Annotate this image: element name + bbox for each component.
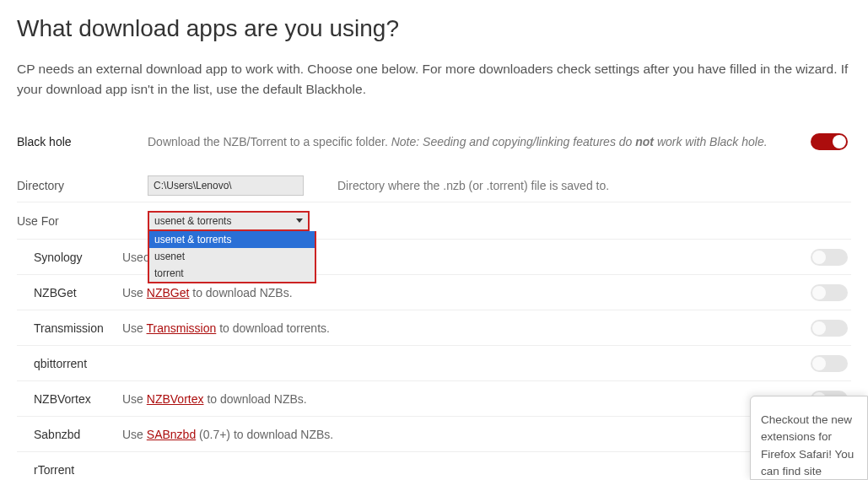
app-desc: Use Transmission to download torrents. — [122, 321, 801, 335]
app-link[interactable]: SABnzbd — [147, 428, 196, 441]
usefor-dropdown: usenet & torrents usenet torrent — [148, 231, 316, 283]
usefor-option-usenet-torrents[interactable]: usenet & torrents — [149, 231, 315, 248]
page-intro: CP needs an external download app to wor… — [17, 59, 851, 100]
app-desc: Use NZBGet to download NZBs. — [122, 286, 801, 299]
blackhole-desc: Download the NZB/Torrent to a specific f… — [148, 135, 801, 148]
app-name: Synology — [17, 251, 122, 264]
app-name: NZBGet — [17, 286, 122, 299]
app-desc-pre: Use — [122, 428, 147, 441]
app-desc-pre: Use — [122, 392, 147, 406]
directory-row: Directory Directory where the .nzb (or .… — [17, 169, 851, 202]
app-desc: Use NZBVortex to download NZBs. — [122, 392, 801, 406]
app-link[interactable]: Transmission — [147, 321, 217, 335]
app-row: NZBGetUse NZBGet to download NZBs. — [17, 275, 851, 310]
app-desc-post: to download torrents. — [216, 321, 330, 335]
usefor-option-usenet[interactable]: usenet — [149, 248, 315, 265]
blackhole-desc-prefix: Download the NZB/Torrent to a specific f… — [148, 135, 391, 148]
blackhole-note2: work with Black hole. — [654, 135, 768, 148]
blackhole-note-bold: not — [635, 135, 654, 148]
app-name: Sabnzbd — [17, 428, 122, 441]
app-desc-pre: Use — [122, 251, 143, 264]
app-row: SynologyUseownload. — [17, 240, 851, 275]
usefor-option-torrent[interactable]: torrent — [149, 265, 315, 282]
app-toggle[interactable] — [811, 355, 848, 372]
app-link[interactable]: NZBVortex — [147, 392, 204, 406]
app-row: SabnzbdUse SABnzbd (0.7+) to download NZ… — [17, 417, 851, 452]
blackhole-row: Black hole Download the NZB/Torrent to a… — [17, 125, 851, 159]
app-desc-post: to download NZBs. — [189, 286, 292, 299]
directory-label: Directory — [17, 179, 148, 192]
app-row: qbittorrent — [17, 346, 851, 381]
app-toggle[interactable] — [811, 320, 848, 337]
usefor-label: Use For — [17, 214, 148, 228]
extensions-popup: Checkout the new extensions for Firefox … — [750, 396, 868, 480]
page-heading: What download apps are you using? — [17, 15, 851, 42]
app-name: qbittorrent — [17, 357, 122, 370]
app-desc-pre: Use — [122, 286, 147, 299]
blackhole-note1: Note: Seeding and copying/linking featur… — [391, 135, 636, 148]
app-desc-post: (0.7+) to download NZBs. — [196, 428, 333, 441]
app-row: TransmissionUse Transmission to download… — [17, 310, 851, 346]
blackhole-label: Black hole — [17, 135, 148, 148]
app-desc-pre: Use — [122, 321, 147, 335]
app-row: rTorrent — [17, 452, 851, 480]
usefor-select[interactable]: usenet & torrents — [148, 211, 310, 231]
app-desc-post: to download NZBs. — [204, 392, 307, 406]
chevron-down-icon — [296, 218, 303, 223]
directory-input[interactable] — [148, 175, 304, 196]
app-toggle[interactable] — [811, 284, 848, 301]
app-desc: Use SABnzbd (0.7+) to download NZBs. — [122, 428, 801, 441]
directory-hint: Directory where the .nzb (or .torrent) f… — [321, 179, 851, 192]
app-name: Transmission — [17, 321, 122, 335]
app-name: NZBVortex — [17, 392, 122, 406]
app-row: NZBVortexUse NZBVortex to download NZBs. — [17, 381, 851, 417]
usefor-selected-text: usenet & torrents — [154, 215, 231, 227]
app-name: rTorrent — [17, 463, 122, 477]
usefor-row: Use For usenet & torrents usenet & torre… — [17, 202, 851, 240]
blackhole-toggle[interactable] — [811, 133, 848, 150]
app-link[interactable]: NZBGet — [147, 286, 190, 299]
app-toggle[interactable] — [811, 249, 848, 266]
